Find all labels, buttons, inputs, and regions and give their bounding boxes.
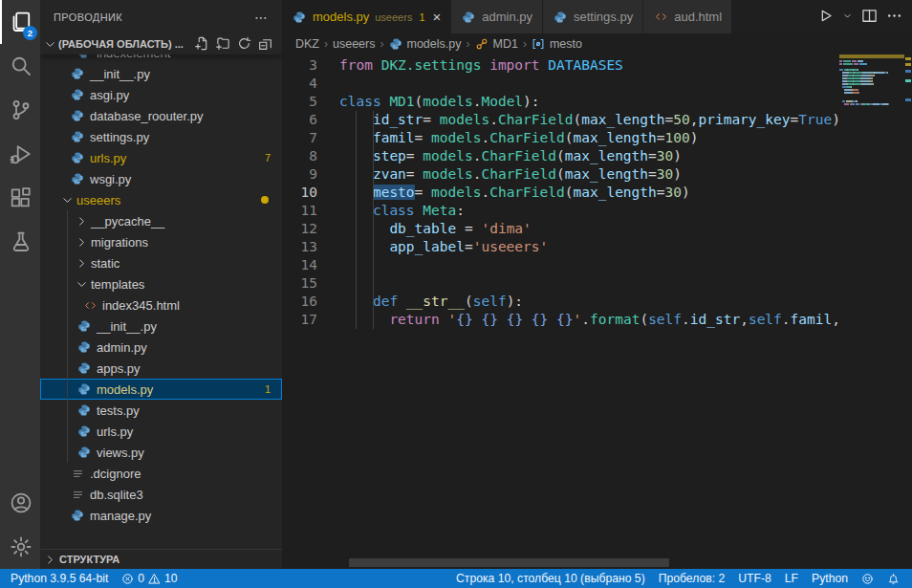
outline-section-header[interactable]: СТРУКТУРА xyxy=(40,549,282,569)
status-bar: Python 3.9.5 64-bit010 Строка 10, столбе… xyxy=(0,569,912,588)
status-language-mode[interactable]: Python xyxy=(805,572,855,585)
chev-sm-icon xyxy=(842,11,853,21)
tree-item-asgi.py[interactable]: asgi.py xyxy=(40,84,282,105)
breadcrumb-item-DKZ[interactable]: DKZ xyxy=(295,37,319,51)
code-line-10: mesto= models.CharField(max_length=30) xyxy=(339,184,839,202)
status-encoding[interactable]: UTF-8 xyxy=(731,572,778,585)
tree-item-migrations[interactable]: migrations xyxy=(40,231,282,252)
tab-settings.py[interactable]: settings.py xyxy=(543,0,643,33)
tree-item-__init__.py[interactable]: __init__.py xyxy=(40,63,282,84)
tree-item-indexelement[interactable]: indexelement xyxy=(40,54,282,63)
tree-item-static[interactable]: static xyxy=(40,252,282,273)
run-dropdown-button[interactable] xyxy=(842,10,853,24)
more-actions-button[interactable] xyxy=(886,8,902,27)
new-folder-button[interactable] xyxy=(216,36,230,53)
minimap-line xyxy=(839,80,904,82)
status-eol[interactable]: LF xyxy=(778,572,805,585)
minimap-line xyxy=(839,89,904,91)
collapse-button[interactable] xyxy=(258,36,272,53)
status-python-interpreter[interactable]: Python 3.9.5 64-bit xyxy=(4,572,115,585)
python-icon xyxy=(77,446,91,459)
tree-item-urls.py[interactable]: urls.py xyxy=(40,421,282,442)
status-indentation[interactable]: Пробелов: 2 xyxy=(652,572,732,585)
tree-item-__pycache__[interactable]: __pycache__ xyxy=(40,210,282,231)
close-icon[interactable]: × xyxy=(433,10,442,24)
new-file-icon xyxy=(195,36,209,51)
python-file-icon xyxy=(461,10,476,25)
code-line-4 xyxy=(339,75,839,93)
tab-models.py[interactable]: models.pyuseeers1× xyxy=(282,0,451,33)
tree-item-useeers[interactable]: useeers xyxy=(40,189,282,210)
tree-item-wsgi.py[interactable]: wsgi.py xyxy=(40,168,282,189)
tree-item-apps.py[interactable]: apps.py xyxy=(40,358,282,379)
breadcrumb-item-MD1[interactable]: MD1 xyxy=(474,37,517,52)
breadcrumb-item-useeers[interactable]: useeers xyxy=(333,37,375,51)
line-number: 8 xyxy=(282,147,334,165)
html-icon xyxy=(655,11,667,23)
status-cursor-position[interactable]: Строка 10, столбец 10 (выбрано 5) xyxy=(449,572,652,585)
run-button[interactable] xyxy=(817,8,834,27)
code-line-5: class MD1(models.Model): xyxy=(339,93,839,111)
activity-item-accounts[interactable] xyxy=(0,481,40,525)
minimap[interactable] xyxy=(839,54,904,569)
status-feedback[interactable] xyxy=(855,573,880,585)
tree-item-database_roouter.py[interactable]: database_roouter.py xyxy=(40,105,282,126)
editor-actions xyxy=(808,0,912,33)
breadcrumb-item-models.py[interactable]: models.py xyxy=(388,37,461,52)
tab-aud.html[interactable]: aud.html xyxy=(643,0,732,33)
python-icon xyxy=(77,340,91,354)
new-file-button[interactable] xyxy=(195,36,209,53)
tree-item-settings.py[interactable]: settings.py xyxy=(40,126,282,147)
overview-ruler xyxy=(904,54,912,569)
overview-mark xyxy=(905,63,911,66)
activity-item-search[interactable] xyxy=(0,44,40,88)
chev-right-icon xyxy=(76,236,88,249)
tree-item-tests.py[interactable]: tests.py xyxy=(40,400,282,421)
code-editor[interactable]: 34567891011121314151617 from DKZ.setting… xyxy=(282,54,912,569)
tab-admin.py[interactable]: admin.py xyxy=(451,0,543,33)
activity-item-settings[interactable] xyxy=(0,525,40,569)
line-number: 14 xyxy=(282,256,334,274)
line-number: 4 xyxy=(282,75,334,93)
split-editor-button[interactable] xyxy=(861,8,878,27)
line-number: 6 xyxy=(282,111,334,129)
tree-item-__init__.py[interactable]: __init__.py xyxy=(40,316,282,337)
debug-icon xyxy=(10,142,33,165)
tree-item-.dcignore[interactable]: .dcignore xyxy=(40,463,282,484)
activity-item-extensions[interactable] xyxy=(0,176,40,220)
activity-item-explorer[interactable]: 2 xyxy=(0,0,40,44)
code-line-15 xyxy=(339,274,839,293)
minimap-line xyxy=(839,69,904,71)
python-file-icon xyxy=(70,171,85,186)
tab-description: useeers xyxy=(375,11,412,23)
chev-right-icon xyxy=(76,257,88,270)
activity-item-source-control[interactable] xyxy=(0,88,40,132)
overview-mark xyxy=(905,79,911,82)
line-number: 16 xyxy=(282,293,334,311)
tree-item-views.py[interactable]: views.py xyxy=(40,442,282,463)
tree-item-manage.py[interactable]: manage.py xyxy=(40,505,282,526)
tree-item-db.sqlite3[interactable]: db.sqlite3 xyxy=(40,484,282,505)
minimap-line xyxy=(839,75,904,76)
activity-item-run-debug[interactable] xyxy=(0,132,40,176)
activity-item-testing[interactable] xyxy=(0,220,40,264)
tree-item-index345.html[interactable]: index345.html xyxy=(40,294,282,316)
python-file-icon xyxy=(76,360,92,376)
minimap-highlight-band xyxy=(839,54,904,58)
breadcrumb-separator: › xyxy=(466,37,469,51)
breadcrumb-item-mesto[interactable]: mesto xyxy=(532,37,582,52)
config-icon xyxy=(72,489,84,501)
horizontal-scrollbar[interactable] xyxy=(349,558,669,567)
tree-item-models.py[interactable]: models.py1 xyxy=(40,379,282,400)
outline-label: СТРУКТУРА xyxy=(59,554,119,565)
tree-item-urls.py[interactable]: urls.py7 xyxy=(40,147,282,168)
tree-item-admin.py[interactable]: admin.py xyxy=(40,337,282,358)
views-more-actions-icon[interactable]: ⋯ xyxy=(254,10,269,25)
tree-item-templates[interactable]: templates xyxy=(40,273,282,294)
code-line-8: step= models.CharField(max_length=30) xyxy=(339,147,839,165)
workspace-section-header[interactable]: (РАБОЧАЯ ОБЛАСТЬ) ... xyxy=(40,33,282,54)
refresh-button[interactable] xyxy=(237,36,251,53)
status-notifications[interactable] xyxy=(880,573,906,585)
status-problems[interactable]: 010 xyxy=(115,572,184,585)
python-icon xyxy=(71,509,84,522)
